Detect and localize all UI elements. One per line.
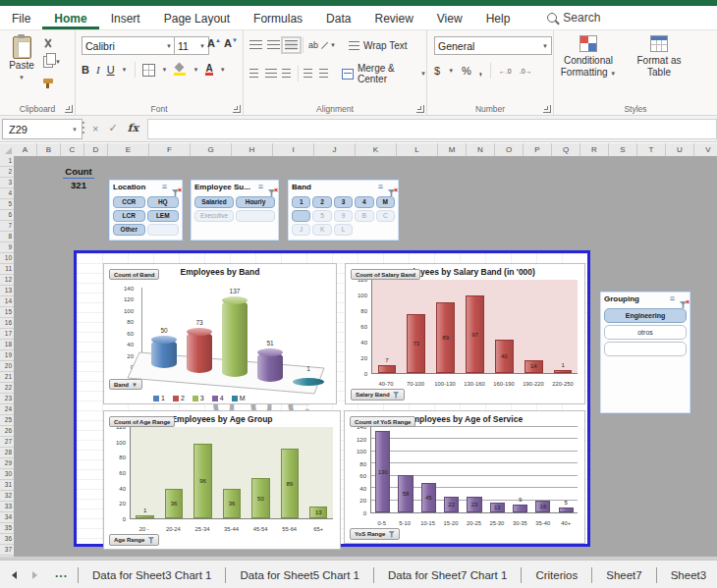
row-header-5[interactable]: 5: [0, 199, 14, 210]
row-header-15[interactable]: 15: [0, 307, 14, 318]
row-header-17[interactable]: 17: [0, 329, 14, 340]
font-name-combo[interactable]: Calibri▼: [82, 36, 176, 55]
row-header-10[interactable]: 10: [0, 253, 14, 264]
row-header-7[interactable]: 7: [0, 221, 14, 232]
ribbon-tab-file[interactable]: File: [0, 6, 42, 29]
row-header-13[interactable]: 13: [0, 286, 14, 296]
row-header-14[interactable]: 14: [0, 296, 14, 307]
slicer-item-hourly[interactable]: Hourly: [236, 196, 275, 208]
column-header-V[interactable]: V: [694, 143, 717, 156]
slicer-item-salaried[interactable]: Salaried: [194, 196, 234, 208]
paste-button[interactable]: Paste ▼: [5, 34, 38, 97]
slicer-item-c[interactable]: C: [376, 210, 395, 222]
row-header-36[interactable]: 36: [0, 534, 14, 545]
font-size-combo[interactable]: 11▼: [174, 36, 209, 55]
slicer-item-5[interactable]: 5: [312, 210, 331, 222]
column-header-D[interactable]: D: [84, 143, 108, 156]
row-header-4[interactable]: 4: [0, 188, 14, 199]
slicer-item-1[interactable]: 1: [292, 196, 310, 208]
sheet-tab-data-for-sheet3-chart-1[interactable]: Data for Sheet3 Chart 1: [79, 561, 225, 588]
column-header-F[interactable]: F: [149, 143, 191, 156]
more-sheets-button[interactable]: ...: [55, 566, 68, 580]
row-header-33[interactable]: 33: [0, 502, 14, 512]
decrease-indent-button[interactable]: [303, 69, 314, 79]
font-dialog-launcher[interactable]: [233, 105, 241, 113]
column-header-R[interactable]: R: [580, 143, 609, 156]
ribbon-tab-review[interactable]: Review: [362, 6, 424, 29]
clipboard-dialog-launcher[interactable]: [65, 105, 73, 113]
search-box[interactable]: Search: [547, 6, 600, 29]
row-header-25[interactable]: 25: [0, 415, 14, 426]
formula-input[interactable]: [147, 119, 717, 139]
slicer-item-3[interactable]: 3: [334, 196, 353, 208]
slicer-item-2[interactable]: 2: [312, 196, 331, 208]
ribbon-tab-formulas[interactable]: Formulas: [242, 6, 314, 29]
row-header-22[interactable]: 22: [0, 383, 14, 394]
row-header-20[interactable]: 20: [0, 361, 14, 372]
increase-decimal-button[interactable]: ←.0: [499, 68, 512, 75]
column-header-U[interactable]: U: [666, 143, 694, 156]
sheet-tab-sheet3[interactable]: Sheet3: [657, 561, 717, 588]
orientation-button[interactable]: ab: [308, 40, 325, 50]
italic-button[interactable]: I: [96, 64, 100, 76]
slicer-item-b[interactable]: B: [355, 210, 373, 222]
underline-dropdown[interactable]: ▼: [122, 67, 128, 73]
ribbon-tab-help[interactable]: Help: [474, 6, 523, 29]
slicer-item-ccr[interactable]: CCR: [113, 196, 145, 208]
font-color-button[interactable]: A: [205, 64, 212, 76]
column-header-B[interactable]: B: [37, 143, 61, 156]
pivot-axis-filter-button[interactable]: Age Range: [109, 534, 159, 546]
row-header-19[interactable]: 19: [0, 350, 14, 361]
pivot-axis-filter-button[interactable]: Band▼: [109, 379, 142, 390]
row-header-16[interactable]: 16: [0, 318, 14, 329]
column-header-M[interactable]: M: [438, 143, 467, 156]
comma-style-button[interactable]: ,: [479, 65, 482, 77]
borders-dropdown[interactable]: ▼: [162, 67, 168, 73]
top-align-button[interactable]: [249, 40, 262, 50]
slicer-item-blank[interactable]: [604, 342, 687, 356]
bold-button[interactable]: B: [82, 64, 89, 76]
align-right-button[interactable]: [282, 69, 293, 79]
column-header-E[interactable]: E: [108, 143, 149, 156]
row-header-30[interactable]: 30: [0, 469, 14, 480]
copy-button[interactable]: ▼: [43, 55, 65, 69]
row-header-29[interactable]: 29: [0, 458, 14, 469]
select-all-corner[interactable]: [0, 143, 15, 157]
bottom-align-button[interactable]: [285, 40, 298, 50]
next-sheet-icon[interactable]: [32, 571, 37, 579]
slicer-band[interactable]: Band≡× 1234M59BCJKL: [287, 179, 400, 241]
slicer-item-j[interactable]: J: [292, 224, 310, 236]
pivot-axis-filter-button[interactable]: Salary Band: [351, 389, 405, 401]
sheet-tab-criterios[interactable]: Criterios: [522, 561, 591, 588]
slicer-item-4[interactable]: 4: [355, 196, 373, 208]
decrease-decimal-button[interactable]: .0→: [520, 68, 532, 75]
row-header-23[interactable]: 23: [0, 394, 14, 404]
format-as-table-button[interactable]: Format as Table: [625, 34, 693, 78]
row-header-31[interactable]: 31: [0, 480, 14, 491]
orientation-dropdown[interactable]: ▼: [330, 42, 336, 48]
pivot-field-button[interactable]: Count of YoS Range: [350, 416, 415, 427]
slicer-item-blank[interactable]: [292, 210, 310, 222]
number-dialog-launcher[interactable]: [543, 105, 551, 113]
sheet-tab-sheet7[interactable]: Sheet7: [592, 561, 655, 588]
underline-button[interactable]: U: [107, 64, 115, 76]
multiselect-icon[interactable]: ≡: [258, 183, 263, 191]
column-header-J[interactable]: J: [314, 143, 356, 156]
increase-indent-button[interactable]: [319, 69, 330, 79]
multiselect-icon[interactable]: ≡: [670, 294, 675, 303]
row-header-18[interactable]: 18: [0, 340, 14, 350]
fill-color-button[interactable]: [174, 64, 186, 76]
name-box-dropdown-icon[interactable]: ▼: [72, 127, 82, 133]
row-header-37[interactable]: 37: [0, 545, 14, 556]
clear-filter-icon[interactable]: ×: [680, 294, 688, 303]
row-header-28[interactable]: 28: [0, 448, 14, 458]
column-header-T[interactable]: T: [637, 143, 666, 156]
sheet-tab-data-for-sheet7-chart-1[interactable]: Data for Sheet7 Chart 1: [374, 561, 521, 588]
insert-function-button[interactable]: fx: [128, 122, 138, 134]
row-header-26[interactable]: 26: [0, 426, 14, 437]
slicer-grouping[interactable]: Grouping≡× Engineeringotros: [599, 291, 691, 414]
name-box[interactable]: Z29▼: [2, 119, 83, 139]
row-header-21[interactable]: 21: [0, 372, 14, 383]
row-header-32[interactable]: 32: [0, 491, 14, 502]
clear-filter-icon[interactable]: ×: [268, 183, 276, 191]
